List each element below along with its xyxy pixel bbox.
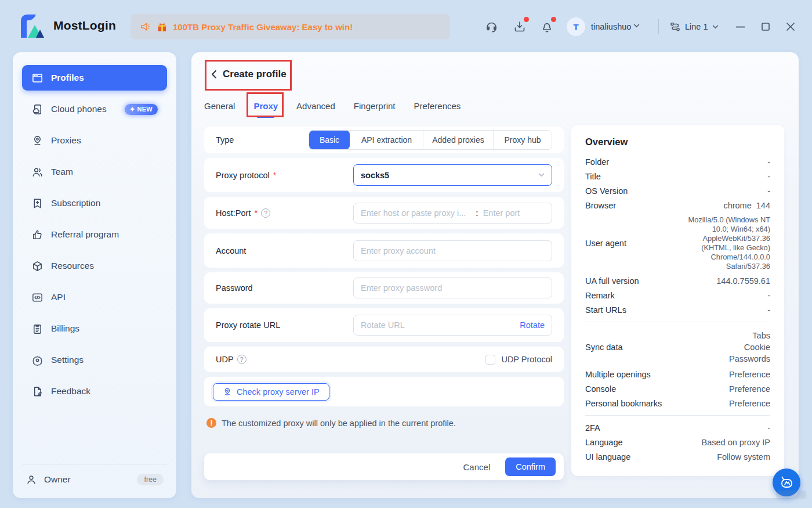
bell-notification-dot xyxy=(551,17,556,22)
robot-assistant-icon xyxy=(779,475,794,490)
sidebar-item-team[interactable]: Team xyxy=(22,159,167,185)
check-proxy-server-ip-button[interactable]: Check proxy server IP xyxy=(213,383,329,401)
required-asterisk: * xyxy=(273,171,277,180)
user-menu-chevron-down-icon[interactable] xyxy=(633,24,640,28)
sidebar-item-label: Proxies xyxy=(51,135,81,146)
support-headset-icon[interactable] xyxy=(483,19,499,35)
sidebar-item-settings[interactable]: Settings xyxy=(22,347,167,373)
type-option-added-proxies[interactable]: Added proxies xyxy=(423,131,493,149)
app-window: MostLogin 100TB Proxy Traffic Giveaway: … xyxy=(0,0,812,508)
proxy-protocol-label: Proxy protocol * xyxy=(216,171,276,180)
proxy-protocol-value: socks5 xyxy=(361,171,389,180)
host-input[interactable] xyxy=(361,208,471,218)
sidebar-item-feedback[interactable]: Feedback xyxy=(22,379,167,404)
account-input[interactable] xyxy=(361,246,545,255)
sidebar-item-api[interactable]: API xyxy=(22,284,167,310)
promo-banner-text: 100TB Proxy Traffic Giveaway: Easy to wi… xyxy=(173,22,353,32)
overview-row-personal-bookmarks: Personal bookmarks Preference xyxy=(585,396,770,410)
resources-cube-icon xyxy=(31,260,44,272)
speaker-icon xyxy=(140,21,151,33)
udp-row: UDP ? UDP Protocol xyxy=(204,347,564,372)
overview-row-folder: Folder - xyxy=(585,154,770,169)
user-avatar[interactable]: T xyxy=(567,17,585,36)
overview-row-title: Title - xyxy=(585,169,770,183)
title-bar: MostLogin 100TB Proxy Traffic Giveaway: … xyxy=(0,0,812,53)
account-row: Account xyxy=(204,233,564,268)
udp-help-icon[interactable]: ? xyxy=(237,355,246,364)
sidebar-item-profiles[interactable]: Profiles xyxy=(22,65,167,91)
notifications-bell-icon[interactable] xyxy=(539,19,555,35)
host-port-inputbox: : xyxy=(353,203,552,224)
sidebar-item-label: Cloud phones xyxy=(51,104,107,114)
overview-row-browser: Browser chrome 144 xyxy=(585,198,770,212)
sidebar-item-label: Billings xyxy=(51,323,79,334)
overview-row-remark: Remark - xyxy=(585,288,770,302)
rotate-action-link[interactable]: Rotate xyxy=(520,320,545,330)
network-line-icon xyxy=(669,21,681,33)
sidebar-item-billings[interactable]: Billings xyxy=(22,316,167,341)
tab-advanced[interactable]: Advanced xyxy=(296,98,335,119)
cloud-phone-icon xyxy=(31,103,44,116)
cancel-button[interactable]: Cancel xyxy=(463,462,491,472)
api-code-icon xyxy=(31,291,44,304)
check-proxy-row: Check proxy server IP xyxy=(204,377,564,406)
host-port-help-icon[interactable]: ? xyxy=(261,208,270,218)
type-option-basic[interactable]: Basic xyxy=(309,131,350,149)
udp-protocol-label: UDP Protocol xyxy=(501,355,552,364)
maximize-button[interactable] xyxy=(760,21,771,33)
gift-icon xyxy=(157,21,168,33)
proxy-protocol-row: Proxy protocol * socks5 xyxy=(204,158,564,192)
brand-name: MostLogin xyxy=(53,19,116,33)
type-option-api-extraction[interactable]: API extraction xyxy=(350,131,423,149)
proxy-protocol-select[interactable]: socks5 xyxy=(353,164,552,186)
settings-gear-icon xyxy=(31,354,44,366)
sidebar-item-proxies[interactable]: Proxies xyxy=(22,128,167,153)
tab-fingerprint[interactable]: Fingerprint xyxy=(354,98,396,119)
overview-row-2fa: 2FA - xyxy=(585,420,770,435)
plan-badge: free xyxy=(137,474,164,485)
port-input[interactable] xyxy=(483,208,538,218)
line-selector[interactable]: Line 1 xyxy=(669,21,719,33)
feedback-doc-icon xyxy=(31,385,44,398)
sidebar-item-cloud-phones[interactable]: Cloud phones ✦ NEW xyxy=(22,96,167,122)
rotate-url-input[interactable] xyxy=(361,320,520,330)
line-chevron-down-icon xyxy=(712,25,719,29)
back-chevron-icon[interactable] xyxy=(211,70,217,79)
owner-person-icon xyxy=(26,474,37,485)
type-option-proxy-hub[interactable]: Proxy hub xyxy=(493,131,552,149)
overview-row-user-agent: User agent Mozilla/5.0 (Windows NT 10.0;… xyxy=(585,212,770,273)
sidebar-item-label: API xyxy=(51,292,66,302)
confirm-button[interactable]: Confirm xyxy=(505,457,556,476)
udp-protocol-checkbox[interactable] xyxy=(485,355,495,365)
sidebar-item-referral-program[interactable]: Referral program xyxy=(22,222,167,247)
password-input[interactable] xyxy=(361,283,545,293)
back-header[interactable]: Create profile xyxy=(211,69,287,80)
password-row: Password xyxy=(204,272,564,304)
proxy-type-segmented-control: Basic API extraction Added proxies Proxy… xyxy=(309,130,552,150)
sidebar-item-resources[interactable]: Resources xyxy=(22,253,167,279)
proxy-rotate-url-label: Proxy rotate URL xyxy=(216,320,280,330)
overview-row-console: Console Preference xyxy=(585,381,770,396)
overview-row-multiple-openings: Multiple openings Preference xyxy=(585,367,770,381)
tab-preferences[interactable]: Preferences xyxy=(414,98,461,119)
sidebar-item-subscription[interactable]: Subscription xyxy=(22,190,167,216)
minimize-button[interactable] xyxy=(734,21,746,33)
warning-icon: ! xyxy=(206,418,216,428)
tab-general[interactable]: General xyxy=(204,98,235,119)
username[interactable]: tinaliushuo xyxy=(591,22,631,31)
sidebar-item-label: Profiles xyxy=(51,73,84,83)
tab-proxy[interactable]: Proxy xyxy=(253,98,278,119)
sidebar-item-label: Referral program xyxy=(51,229,119,240)
download-icon[interactable] xyxy=(512,19,528,35)
promo-banner[interactable]: 100TB Proxy Traffic Giveaway: Easy to wi… xyxy=(130,14,450,39)
page-title: Create profile xyxy=(223,69,287,80)
topbar-divider xyxy=(658,19,659,34)
required-asterisk: * xyxy=(254,208,258,218)
sidebar-footer: Owner free xyxy=(22,464,167,488)
overview-divider xyxy=(585,415,770,416)
team-icon xyxy=(31,166,44,178)
udp-label: UDP ? xyxy=(216,355,246,364)
sidebar-item-label: Feedback xyxy=(51,386,90,397)
close-button[interactable] xyxy=(785,21,796,33)
proxy-tip-text: The customized proxy will only be applie… xyxy=(222,419,456,428)
